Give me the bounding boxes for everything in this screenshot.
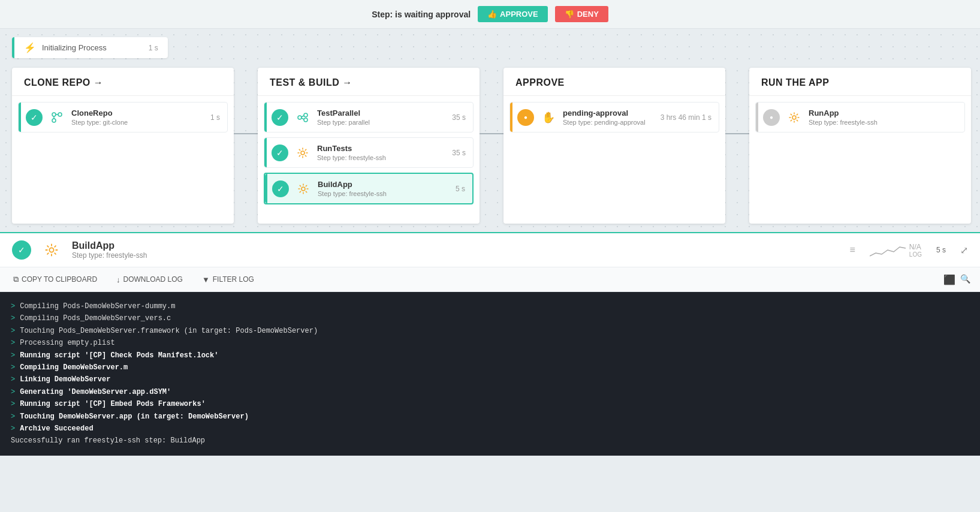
download-icon: ↓ <box>116 275 120 284</box>
step-run-app[interactable]: ● RunApp Step type: freestyle-ssh <box>755 102 965 132</box>
deny-button[interactable]: 👎 DENY <box>555 6 608 22</box>
stage-test-build-header: TEST & BUILD → <box>258 68 480 96</box>
step-pending-type: Step type: pending-approval <box>563 119 655 126</box>
terminal-icon[interactable]: ⬛ <box>943 274 955 285</box>
svg-point-1 <box>58 113 62 116</box>
step-build-app-name: BuildApp <box>318 180 450 189</box>
copy-to-clipboard-button[interactable]: ⧉ COPY TO CLIPBOARD <box>10 272 101 287</box>
step-test-parallel-status: ✓ <box>272 109 288 126</box>
gear-icon-build <box>295 180 312 197</box>
stage-clone-repo-title: CLONE REPO → <box>24 77 222 88</box>
log-line: >Archive Succeeded <box>11 423 969 435</box>
svg-point-6 <box>304 113 307 117</box>
check-icon: ✓ <box>276 148 284 158</box>
bottom-step-time: 5 s <box>936 246 946 254</box>
hand-icon: ✋ <box>540 109 557 126</box>
step-run-tests-info: RunTests Step type: freestyle-ssh <box>317 144 446 161</box>
bottom-gear-icon <box>41 239 62 261</box>
download-log-button[interactable]: ↓ DOWNLOAD LOG <box>113 273 186 287</box>
stage-run-app-header: RUN THE APP <box>749 68 971 96</box>
log-line: Successfully ran freestyle-ssh step: Bui… <box>11 435 969 447</box>
log-line: >Compiling Pods-DemoWebServer-dummy.m <box>11 300 969 312</box>
stage-test-build-title: TEST & BUILD → <box>270 77 468 88</box>
step-pending-name: pending-approval <box>563 109 655 118</box>
log-line: >Touching Pods_DemoWebServer.framework (… <box>11 325 969 337</box>
bottom-step-status: ✓ <box>12 240 31 260</box>
step-pending-status: ● <box>517 109 534 126</box>
log-toolbar: ⧉ COPY TO CLIPBOARD ↓ DOWNLOAD LOG ▼ FIL… <box>0 267 980 292</box>
svg-point-11 <box>301 187 305 191</box>
top-bar: Step: is waiting approval 👍 APPROVE 👎 DE… <box>0 0 980 29</box>
svg-point-5 <box>298 116 301 119</box>
log-line: >Compiling Pods_DemoWebServer_vers.c <box>11 312 969 324</box>
log-arrow: > <box>11 312 15 324</box>
step-clone-repo-time: 1 s <box>210 113 220 122</box>
step-run-tests[interactable]: ✓ RunTests Step type: freestyle-ssh 35 s <box>264 137 474 168</box>
git-icon <box>49 109 65 126</box>
init-label: Initializing Process <box>42 43 107 52</box>
svg-point-10 <box>301 151 304 155</box>
svg-point-0 <box>52 113 56 116</box>
step-build-app-info: BuildApp Step type: freestyle-ssh <box>318 180 450 197</box>
stage-clone-repo-steps: ✓ CloneRepo Step type: git-clon <box>12 96 234 143</box>
log-label-text: N/A LOG <box>909 243 922 258</box>
stage-approve: APPROVE ● ✋ pending-approval Step type: … <box>503 68 725 224</box>
step-run-tests-status: ✓ <box>272 144 288 161</box>
step-pending-info: pending-approval Step type: pending-appr… <box>563 109 655 126</box>
step-run-app-info: RunApp Step type: freestyle-ssh <box>809 109 951 126</box>
step-pending-approval[interactable]: ● ✋ pending-approval Step type: pending-… <box>509 102 719 132</box>
expand-icon[interactable]: ⤢ <box>960 245 968 256</box>
check-icon: ✓ <box>276 113 284 122</box>
log-text: Touching Pods_DemoWebServer.framework (i… <box>20 325 318 337</box>
stage-clone-repo-header: CLONE REPO → <box>12 68 234 96</box>
step-run-app-type: Step type: freestyle-ssh <box>809 119 951 126</box>
log-chart <box>870 241 906 259</box>
log-line: >Running script '[CP] Check Pods Manifes… <box>11 350 969 362</box>
step-run-app-status: ● <box>763 109 780 126</box>
log-arrow: > <box>11 325 15 337</box>
step-clone-repo-status: ✓ <box>26 109 43 126</box>
connector-2 <box>480 133 503 134</box>
approval-status: Step: is waiting approval <box>372 10 471 19</box>
check-icon: ✓ <box>18 245 25 255</box>
log-text: Archive Succeeded <box>20 423 93 435</box>
stage-clone-repo: CLONE REPO → ✓ <box>12 68 234 224</box>
step-build-app-status: ✓ <box>272 180 289 197</box>
bottom-step-info: BuildApp Step type: freestyle-ssh <box>72 240 840 260</box>
circle-icon: ● <box>770 114 773 121</box>
log-text: Compiling DemoWebServer.m <box>20 362 128 374</box>
svg-point-13 <box>49 248 53 252</box>
svg-line-8 <box>301 116 304 117</box>
pipeline-area: ⚡ Initializing Process 1 s CLONE REPO → … <box>0 29 980 232</box>
log-text: Processing empty.plist <box>20 337 114 349</box>
log-arrow: > <box>11 398 15 410</box>
log-text: Compiling Pods_DemoWebServer_vers.c <box>20 312 171 324</box>
log-text: Linking DemoWebServer <box>20 374 110 385</box>
log-text: Compiling Pods-DemoWebServer-dummy.m <box>20 300 175 312</box>
init-process-bar: ⚡ Initializing Process 1 s <box>12 37 168 58</box>
step-test-parallel[interactable]: ✓ TestParallel Step type: paral <box>264 102 474 132</box>
svg-point-2 <box>52 119 56 122</box>
step-build-app-type: Step type: freestyle-ssh <box>318 190 450 197</box>
step-run-app-name: RunApp <box>809 109 951 118</box>
step-clone-repo[interactable]: ✓ CloneRepo Step type: git-clon <box>18 102 228 132</box>
bottom-step-name: BuildApp <box>72 240 840 251</box>
hamburger-icon[interactable]: ≡ <box>850 245 855 255</box>
step-clone-repo-info: CloneRepo Step type: git-clone <box>71 109 204 126</box>
bottom-panel-right: ≡ N/A LOG 5 s ⤢ <box>850 241 968 259</box>
stage-run-app-title: RUN THE APP <box>761 77 959 88</box>
filter-log-button[interactable]: ▼ FILTER LOG <box>198 273 258 287</box>
log-line: >Compiling DemoWebServer.m <box>11 362 969 374</box>
approve-icon: 👍 <box>487 10 497 19</box>
svg-point-12 <box>792 116 796 119</box>
bottom-panel-header: ✓ BuildApp Step type: freestyle-ssh ≡ N/… <box>0 233 980 267</box>
approve-button[interactable]: 👍 APPROVE <box>478 6 548 22</box>
log-toolbar-right: ⬛ 🔍 <box>943 274 970 285</box>
check-icon: ✓ <box>277 184 284 194</box>
log-arrow: > <box>11 374 15 385</box>
svg-line-9 <box>301 118 304 119</box>
search-icon[interactable]: 🔍 <box>960 274 970 285</box>
step-clone-repo-name: CloneRepo <box>71 109 204 118</box>
log-text: Generating 'DemoWebServer.app.dSYM' <box>20 386 171 398</box>
step-build-app[interactable]: ✓ BuildApp Step type: freestyle-ssh 5 s <box>264 173 474 204</box>
